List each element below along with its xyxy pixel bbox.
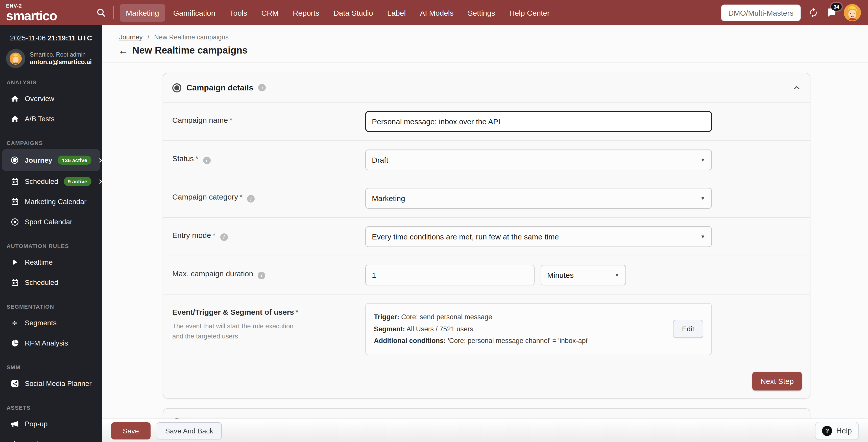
info-icon[interactable]: i (203, 157, 211, 164)
dropdown-arrow-icon: ▼ (700, 195, 705, 201)
campaign-name-input[interactable]: Personal message: inbox over the API (365, 111, 712, 132)
soccer-icon (10, 218, 19, 226)
nav-marketing[interactable]: Marketing (120, 4, 165, 22)
brand-logo[interactable]: ENV-2 smartico (0, 3, 96, 22)
sidebar-item-push[interactable]: Push (0, 434, 102, 442)
campaign-details-header[interactable]: Campaign details i (163, 73, 810, 102)
refresh-icon[interactable] (808, 7, 818, 18)
save-button[interactable]: Save (111, 422, 151, 439)
breadcrumb-separator: / (148, 33, 149, 41)
calendar-icon (10, 278, 19, 287)
scheduled-active-badge: 9 active (64, 177, 91, 186)
home-icon (10, 115, 19, 123)
breadcrumb: Journey / New Realtime campaigns (102, 25, 868, 41)
main-content: Journey / New Realtime campaigns ← New R… (102, 25, 868, 442)
nav-crm[interactable]: CRM (255, 4, 285, 22)
sidebar-item-overview[interactable]: Overview (0, 88, 102, 108)
sidebar-user[interactable]: Smartico, Root admin anton.a@smartico.ai (0, 42, 102, 68)
top-bar: ENV-2 smartico Marketing Gamification To… (0, 0, 868, 25)
page-title: New Realtime campaigns (132, 45, 248, 56)
category-label: Campaign category* i (172, 188, 365, 202)
env-label: ENV-2 (6, 3, 96, 8)
calendar-icon (10, 197, 19, 206)
sidebar-item-sport-calendar[interactable]: Sport Calendar (0, 212, 102, 232)
section-segmentation: SEGMENTATION (0, 292, 102, 313)
status-label: Status* i (172, 150, 365, 164)
back-arrow-icon[interactable]: ← (118, 45, 128, 56)
next-step-button[interactable]: Next Step (752, 372, 802, 390)
breadcrumb-journey-link[interactable]: Journey (119, 33, 143, 41)
entry-mode-select[interactable]: Every time conditions are met, run few a… (365, 226, 712, 247)
dropdown-arrow-icon: ▼ (700, 234, 705, 240)
user-avatar[interactable] (844, 4, 861, 21)
trigger-label: Event/Trigger & Segment of users* The ev… (172, 303, 365, 342)
home-icon (10, 94, 19, 103)
sidebar-item-marketing-calendar[interactable]: Marketing Calendar (0, 191, 102, 212)
campaign-name-label: Campaign name* (172, 111, 365, 124)
megaphone-icon (10, 419, 19, 428)
sidebar-item-social-media-planner[interactable]: Social Media Planner (0, 373, 102, 393)
info-icon[interactable]: i (247, 195, 255, 202)
breadcrumb-current: New Realtime campaigns (154, 33, 228, 41)
sidebar-item-realtime[interactable]: Realtime (0, 252, 102, 272)
sidebar-avatar (6, 49, 25, 68)
nav-gamification[interactable]: Gamification (167, 4, 221, 22)
play-icon (10, 258, 19, 266)
next-step-row: Next Step (163, 364, 810, 398)
question-mark-icon: ? (822, 425, 832, 436)
section-automation-rules: AUTOMATION RULES (0, 232, 102, 252)
journey-active-badge: 136 active (58, 156, 91, 165)
section-analysis: ANALYSIS (0, 68, 102, 88)
duration-label: Max. campaign duration i (172, 265, 365, 279)
share-icon (10, 379, 19, 388)
section-smm: SMM (0, 353, 102, 373)
campaign-name-row: Campaign name* Personal message: inbox o… (163, 102, 810, 140)
search-icon[interactable] (96, 7, 106, 18)
calendar-icon (10, 177, 19, 186)
sidebar-item-rfm-analysis[interactable]: RFM Analysis (0, 333, 102, 353)
nav-ai-models[interactable]: AI Models (414, 4, 460, 22)
sidebar-item-segments[interactable]: ÷ Segments (0, 313, 102, 333)
page-header: ← New Realtime campaigns (102, 41, 868, 63)
pie-chart-icon (10, 339, 19, 347)
nav-settings[interactable]: Settings (462, 4, 501, 22)
account-selector[interactable]: DMO/Multi-Masters (721, 4, 801, 21)
topbar-divider (113, 6, 114, 19)
category-select[interactable]: Marketing ▼ (365, 188, 712, 209)
info-icon[interactable]: i (258, 84, 266, 91)
conditions-line: Additional conditions: 'Core: personal m… (374, 335, 589, 347)
utc-clock: 2025-11-06 21:19:11 UTC (0, 25, 102, 42)
journey-icon (10, 156, 19, 165)
sidebar-item-pop-up[interactable]: Pop-up (0, 414, 102, 434)
sidebar-item-ab-tests[interactable]: A/B Tests (0, 108, 102, 129)
info-icon[interactable]: i (220, 233, 227, 241)
status-select[interactable]: Draft ▼ (365, 150, 712, 170)
dropdown-arrow-icon: ▼ (614, 272, 619, 278)
notifications-badge: 34 (831, 3, 842, 10)
campaign-details-card: Campaign details i Campaign name* Person… (163, 73, 810, 399)
sidebar-item-journey[interactable]: Journey 136 active (2, 149, 100, 171)
chevron-right-icon (97, 178, 102, 185)
nav-data-studio[interactable]: Data Studio (328, 4, 379, 22)
nav-label[interactable]: Label (381, 4, 412, 22)
chevron-up-icon[interactable] (793, 84, 801, 92)
nav-reports[interactable]: Reports (287, 4, 326, 22)
status-row: Status* i Draft ▼ (163, 140, 810, 179)
duration-value-input[interactable]: 1 (365, 265, 534, 285)
main-nav: Marketing Gamification Tools CRM Reports… (120, 4, 556, 22)
info-icon[interactable]: i (258, 272, 266, 279)
nav-tools[interactable]: Tools (223, 4, 253, 22)
radio-selected-icon[interactable] (172, 83, 181, 92)
duration-unit-select[interactable]: Minutes ▼ (540, 265, 626, 285)
text-cursor (501, 117, 501, 126)
footer-action-bar: Save Save And Back ? Help (102, 419, 868, 442)
save-and-back-button[interactable]: Save And Back (157, 422, 222, 439)
sidebar-item-scheduled-rules[interactable]: Scheduled (0, 272, 102, 292)
sidebar: 2025-11-06 21:19:11 UTC Smartico, Root a… (0, 25, 102, 442)
help-button[interactable]: ? Help (815, 421, 859, 440)
sidebar-item-scheduled-campaigns[interactable]: Scheduled 9 active (0, 171, 102, 191)
user-name: Smartico, Root admin (30, 52, 92, 58)
nav-help-center[interactable]: Help Center (503, 4, 556, 22)
edit-trigger-button[interactable]: Edit (673, 320, 703, 338)
smartico-logo: smartico (6, 9, 57, 22)
